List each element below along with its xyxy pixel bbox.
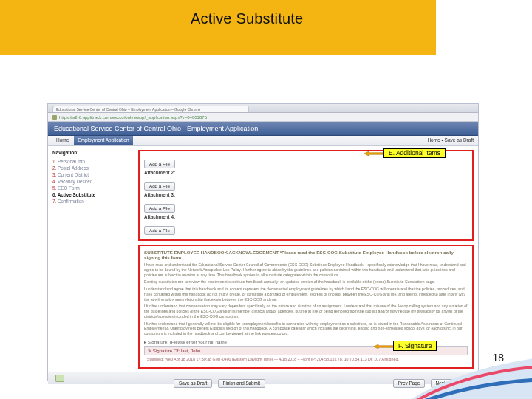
sidebar-item-personal-info[interactable]: 1. Personal Info (52, 158, 127, 165)
slide-title: Active Substitute (191, 10, 303, 27)
svg-marker-1 (374, 344, 395, 349)
arrow-left-icon (364, 151, 385, 156)
callout-e-additional-items: E. Additional items (383, 148, 446, 158)
add-file-button-2[interactable]: Add a File (144, 182, 175, 191)
svg-marker-0 (364, 151, 385, 156)
handbook-paragraph: I further understand that I generally wi… (144, 321, 468, 336)
callout-f-signature: F. Signature (393, 341, 437, 351)
add-file-button-3[interactable]: Add a File (144, 204, 175, 213)
sidebar: Navigation: 1. Personal Info 2. Postal A… (48, 146, 132, 372)
signature-value: last, John (181, 348, 200, 353)
handbook-paragraph: I have read and understand the Education… (144, 262, 468, 277)
screenshot-frame: Educational Service Center of Central Oh… (47, 103, 479, 381)
add-file-button-4[interactable]: Add a File (144, 226, 175, 235)
app-body: Navigation: 1. Personal Info 2. Postal A… (48, 146, 478, 372)
signature-meta: Stamped: Wed Apr 18 2018 17:30:38 GMT-04… (144, 355, 468, 361)
footer-image-icon (55, 375, 64, 382)
sidebar-item-current-district[interactable]: 3. Current District (52, 171, 127, 178)
nav-list: 1. Personal Info 2. Postal Address 3. Cu… (52, 158, 127, 205)
menu-home[interactable]: Home (52, 136, 72, 145)
handbook-paragraph: Existing substitutes are to review the m… (144, 279, 468, 284)
finish-and-submit-button[interactable]: Finish and Submit (218, 379, 265, 388)
browser-url[interactable]: https://a2-6.applitrack.com/escco/online… (59, 115, 207, 120)
nav-heading: Navigation: (52, 150, 127, 155)
handbook-paragraph: I understand and agree that this handboo… (144, 287, 468, 301)
menu-right-links[interactable]: Home • Save as Draft (427, 136, 474, 145)
attachments-block: Add a File Attachment 2: Add a File Atta… (138, 150, 474, 241)
prev-page-button[interactable]: Prev Page (393, 379, 425, 388)
sidebar-item-eeo-form[interactable]: 5. EEO Form (52, 185, 127, 191)
browser-address-bar: https://a2-6.applitrack.com/escco/online… (48, 113, 478, 122)
title-band (0, 0, 436, 55)
arrow-left-icon (374, 344, 395, 349)
attachment-2-label: Attachment 2: (144, 170, 175, 175)
next-page-button[interactable]: Next Page (431, 379, 463, 388)
lock-icon (52, 115, 57, 120)
sidebar-item-confirmation[interactable]: 7. Confirmation (52, 198, 127, 205)
footer-bar: Save as Draft Finish and Submit Prev Pag… (48, 372, 478, 384)
app-menu-bar: Home Employment Application Home • Save … (48, 136, 478, 146)
attachment-3-label: Attachment 3: (144, 192, 175, 197)
sidebar-item-active-substitute[interactable]: 6. Active Substitute (52, 191, 127, 198)
app-title-bar: Educational Service Center of Central Oh… (48, 122, 478, 136)
slide-page-number: 18 (492, 352, 504, 364)
save-as-draft-button[interactable]: Save as Draft (174, 379, 212, 388)
attachment-4-label: Attachment 4: (144, 214, 175, 219)
handbook-paragraph: I further understand that compensation m… (144, 304, 468, 318)
sidebar-item-postal-address[interactable]: 2. Postal Address (52, 165, 127, 171)
browser-tabstrip: Educational Service Center of Central Oh… (48, 104, 478, 113)
browser-tab[interactable]: Educational Service Center of Central Oh… (52, 106, 249, 112)
add-file-button-1[interactable]: Add a File (144, 160, 175, 168)
sidebar-item-vacancy-desired[interactable]: 4. Vacancy Desired (52, 178, 127, 185)
handbook-heading: SUBSTITUTE EMPLOYEE HANDBOOK ACKNOWLEDGE… (144, 250, 468, 260)
main-panel: Add a File Attachment 2: Add a File Atta… (132, 146, 478, 372)
menu-current[interactable]: Employment Application (74, 136, 132, 145)
